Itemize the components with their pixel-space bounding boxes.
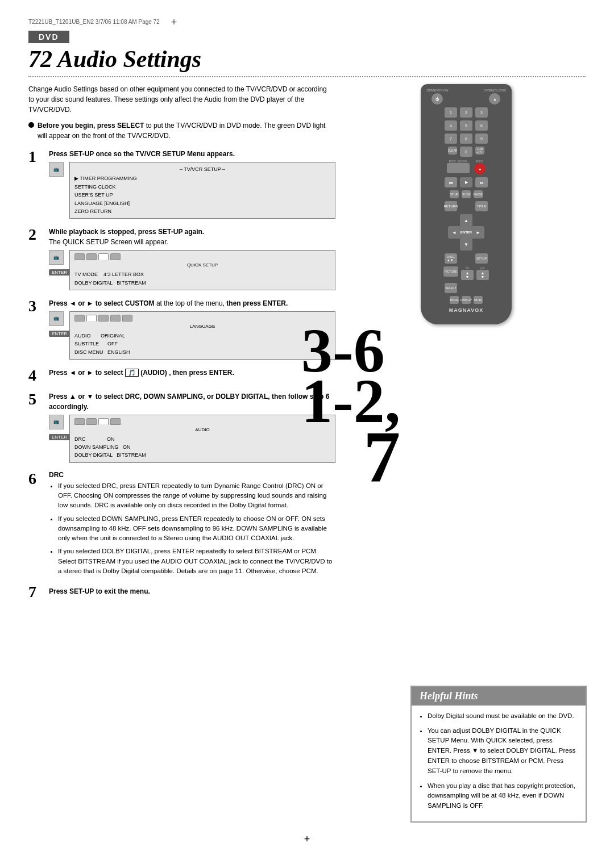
crosshair-icon	[171, 17, 180, 26]
btn-disc[interactable]: DISC▲▼	[445, 253, 457, 264]
btn-clear[interactable]: CLEAR	[448, 147, 457, 155]
step-7-content: Press SET-UP to exit the menu.	[49, 584, 335, 599]
btn-setup[interactable]: ST-UP	[450, 190, 459, 198]
hint-3: When you play a disc that has copyright …	[428, 781, 578, 811]
standby-button[interactable]: ⏻	[432, 93, 443, 105]
step-5-number: 5	[28, 391, 42, 407]
btn-rew[interactable]: ⏮	[445, 177, 457, 187]
bottom-row2: SELECT	[426, 283, 506, 293]
header: T2221UB_T1201UB_EN2 3/7/06 11:08 AM Page…	[28, 17, 586, 26]
btn-3[interactable]: 3	[475, 107, 488, 118]
dpad-down[interactable]: ▼	[460, 238, 472, 251]
s3-tab2-active	[86, 315, 97, 322]
step-3-icon: 📺	[49, 311, 64, 326]
header-text: T2221UB_T1201UB_EN2 3/7/06 11:08 AM Page…	[28, 19, 160, 25]
btn-8[interactable]: 8	[460, 133, 472, 144]
btn-select[interactable]: SELECT	[445, 283, 457, 293]
enter-label-5: ENTER	[49, 434, 70, 440]
s5-tab1	[74, 418, 85, 425]
drc-label: DRC	[49, 471, 335, 479]
step-5-screen: 📺 ENTER AUDIO	[49, 415, 335, 463]
step-6-bullet-2: If you selected DOWN SAMPLING, press ENT…	[58, 514, 335, 544]
btn-9[interactable]: 9	[475, 133, 488, 144]
btn-plus100[interactable]: +100+10	[475, 147, 484, 155]
transport-row2: ST-UP SLOW PAUSE	[426, 190, 506, 198]
step-3-screen: 📺 ENTER	[49, 311, 335, 360]
bottom-row3: MODE DISPLAY MUTE	[426, 296, 506, 304]
btn-display[interactable]: DISPLAY	[462, 296, 471, 304]
step-2-number: 2	[28, 227, 42, 243]
step-6: 6 DRC If you selected DRC, press ENTER r…	[28, 471, 335, 579]
step-2-content: While playback is stopped, press SET-UP …	[49, 227, 335, 290]
intro-text: Change Audio Settings based on other equ…	[28, 84, 330, 115]
btn-picture[interactable]: PICTURE	[443, 266, 458, 277]
step-1-number: 1	[28, 149, 42, 165]
btn-ch[interactable]: ▲▼	[461, 270, 474, 280]
page-title: 72 Audio Settings	[28, 45, 586, 73]
btn-vol[interactable]: ▲▼	[476, 270, 489, 280]
btn-slow[interactable]: SLOW	[462, 190, 471, 198]
s3-tab4	[110, 315, 121, 322]
btn-6[interactable]: 6	[475, 120, 488, 131]
btn-0[interactable]: 0	[460, 147, 472, 157]
step-1-menu: – TV/VCR SETUP – ▶ TIMER PROGRAMMING SET…	[69, 162, 335, 219]
tab4	[110, 253, 121, 260]
btn-rec-mode[interactable]	[447, 163, 470, 173]
step-6-bullet-1: If you selected DRC, press ENTER repeate…	[58, 481, 335, 511]
bullet-icon	[28, 122, 34, 128]
page: T2221UB_T1201UB_EN2 3/7/06 11:08 AM Page…	[0, 0, 614, 868]
btn-mute[interactable]: MUTE	[474, 296, 483, 304]
transport-row: ⏮ ▶ ⏭	[426, 177, 506, 187]
big-numbers: 3-6 1-2, 7	[301, 323, 400, 490]
helpful-hints-box: Helpful Hints Dolby Digital sound must b…	[410, 686, 587, 823]
numpad-row2: 4 5 6	[426, 120, 506, 131]
dpad-right[interactable]: ►	[472, 226, 484, 239]
step-6-number: 6	[28, 471, 42, 487]
step-6-bullets: If you selected DRC, press ENTER repeate…	[49, 481, 335, 576]
step-5-icon: 📺	[49, 415, 64, 429]
btn-4[interactable]: 4	[445, 120, 457, 131]
numpad-row3: 7 8 9	[426, 133, 506, 144]
s3-tab3	[98, 315, 109, 322]
open-close-button[interactable]: ▲	[489, 93, 500, 105]
steps-area: 1 Press SET-UP once so the TV/VCR SETUP …	[28, 149, 335, 600]
s5-tab2	[86, 418, 97, 425]
btn-7[interactable]: 7	[445, 133, 457, 144]
remote-brand: MAGNAVOX	[426, 307, 506, 313]
s3-tab1	[74, 315, 85, 322]
btn-1[interactable]: 1	[445, 107, 457, 118]
btn-mode[interactable]: MODE	[450, 296, 459, 304]
dpad-enter[interactable]: ENTER	[459, 225, 474, 240]
helpful-hints-body: Dolby Digital sound must be available on…	[412, 706, 586, 821]
step-6-content: DRC If you selected DRC, press ENTER rep…	[49, 471, 335, 579]
numpad-row1: 1 2 3	[426, 107, 506, 118]
s5-tab4	[110, 418, 121, 425]
enter-label-2: ENTER	[49, 269, 70, 276]
step-3-menu: LANGUAGE AUDIO ORIGINAL SUBTITLE OFF DIS…	[69, 311, 335, 360]
btn-play[interactable]: ▶	[460, 177, 472, 187]
step-1-content: Press SET-UP once so the TV/VCR SETUP Me…	[49, 149, 335, 219]
return-row: RETURN TITLE	[426, 201, 506, 211]
btn-fwd[interactable]: ⏭	[475, 177, 488, 187]
step-4-content: Press ◄ or ► to select 🎵 (AUDIO) , then …	[49, 368, 335, 380]
step-5-content: Press ▲ or ▼ to select DRC, DOWN SAMPLIN…	[49, 391, 335, 463]
step-7: 7 Press SET-UP to exit the menu.	[28, 584, 335, 600]
step-3: 3 Press ◄ or ► to select CUSTOM at the t…	[28, 298, 335, 360]
step-6-bullet-3: If you selected DOLBY DIGITAL, press ENT…	[58, 546, 335, 576]
step-5: 5 Press ▲ or ▼ to select DRC, DOWN SAMPL…	[28, 391, 335, 463]
btn-rec[interactable]: ●	[474, 163, 486, 174]
bottom-crosshair: +	[304, 833, 310, 845]
btn-2[interactable]: 2	[460, 107, 472, 118]
step-2-icon: 📺	[49, 250, 64, 265]
step-5-tabs	[74, 418, 330, 425]
btn-5[interactable]: 5	[460, 120, 472, 131]
numpad-row4: CLEAR 0 +100+10	[426, 147, 506, 157]
step-3-content: Press ◄ or ► to select CUSTOM at the top…	[49, 298, 335, 360]
disc-row: DISC▲▼ SET-UP	[426, 253, 506, 264]
step-7-number: 7	[28, 584, 42, 600]
btn-pause[interactable]: PAUSE	[474, 190, 483, 198]
enter-label-3: ENTER	[49, 331, 70, 337]
btn-return[interactable]: RETURN	[445, 201, 457, 211]
btn-letup[interactable]: SET-UP	[475, 253, 488, 264]
btn-title[interactable]: TITLE	[475, 201, 488, 211]
